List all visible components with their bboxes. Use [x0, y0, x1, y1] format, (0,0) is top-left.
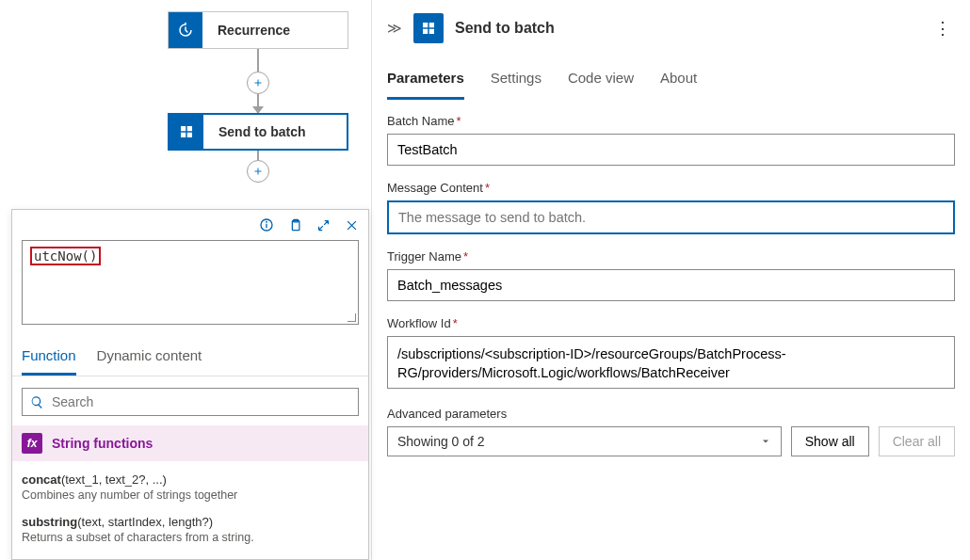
details-panel: ≫ Send to batch ⋮ Parameters Settings Co… [372, 0, 970, 560]
field-batch-name: Batch Name* [387, 114, 955, 166]
search-field[interactable] [52, 394, 350, 409]
advanced-parameters: Advanced parameters Showing 0 of 2 [387, 407, 782, 456]
batch-icon [170, 115, 203, 149]
tab-dynamic-content[interactable]: Dynamic content [97, 340, 202, 376]
close-icon[interactable] [344, 217, 359, 232]
select-summary: Showing 0 of 2 [397, 434, 485, 449]
field-trigger-name: Trigger Name* [387, 249, 955, 301]
info-icon[interactable] [259, 217, 274, 232]
node-label: Send to batch [203, 124, 321, 139]
expand-icon[interactable] [315, 217, 331, 232]
function-concat[interactable]: concat(text_1, text_2?, ...) Combines an… [22, 465, 359, 507]
chevron-down-icon [760, 436, 771, 447]
input-trigger-name[interactable] [387, 269, 955, 301]
fx-icon: fx [22, 433, 42, 454]
search-icon [30, 395, 44, 409]
batch-icon [413, 13, 444, 43]
expression-text: utcNow() [30, 247, 101, 265]
category-label: String functions [52, 436, 153, 451]
select-advanced[interactable]: Showing 0 of 2 [387, 426, 782, 456]
field-message-content: Message Content* [387, 181, 955, 234]
tab-parameters[interactable]: Parameters [387, 60, 464, 100]
label-workflow-id: Workflow Id* [387, 316, 955, 330]
expression-popover: utcNow() Function Dynamic content fx Str… [11, 209, 369, 560]
field-workflow-id: Workflow Id* /subscriptions/<subscriptio… [387, 316, 955, 392]
category-string-functions[interactable]: fx String functions [12, 425, 368, 461]
clock-icon [169, 12, 202, 48]
tab-code-view[interactable]: Code view [568, 60, 634, 100]
add-step-button[interactable] [247, 160, 269, 183]
input-message-content[interactable] [387, 200, 955, 234]
label-message-content: Message Content* [387, 181, 955, 195]
edge [257, 49, 259, 72]
node-recurrence[interactable]: Recurrence [168, 11, 348, 49]
input-workflow-id[interactable]: /subscriptions/<subscription-ID>/resourc… [387, 336, 955, 389]
edge [257, 94, 259, 107]
clear-all-button: Clear all [879, 426, 955, 456]
node-label: Recurrence [202, 23, 305, 38]
input-batch-name[interactable] [387, 134, 955, 166]
search-input[interactable] [22, 388, 359, 416]
tab-settings[interactable]: Settings [491, 60, 542, 100]
workflow-canvas[interactable]: Recurrence Send to batch [0, 0, 372, 560]
tab-about[interactable]: About [660, 60, 697, 100]
more-icon[interactable]: ⋮ [930, 18, 955, 39]
resize-handle[interactable] [347, 312, 356, 322]
label-advanced: Advanced parameters [387, 407, 782, 421]
label-batch-name: Batch Name* [387, 114, 955, 128]
edge [257, 151, 259, 160]
svg-point-2 [267, 221, 267, 222]
node-send-to-batch[interactable]: Send to batch [168, 113, 348, 151]
clipboard-icon[interactable] [287, 217, 302, 232]
label-trigger-name: Trigger Name* [387, 249, 955, 264]
show-all-button[interactable]: Show all [791, 426, 869, 456]
collapse-icon[interactable]: ≫ [387, 20, 402, 37]
expression-editor[interactable]: utcNow() [22, 240, 359, 325]
function-substring[interactable]: substring(text, startIndex, length?) Ret… [22, 507, 359, 550]
tab-function[interactable]: Function [22, 340, 76, 376]
panel-title: Send to batch [455, 20, 919, 37]
insert-step-button[interactable] [247, 72, 269, 94]
